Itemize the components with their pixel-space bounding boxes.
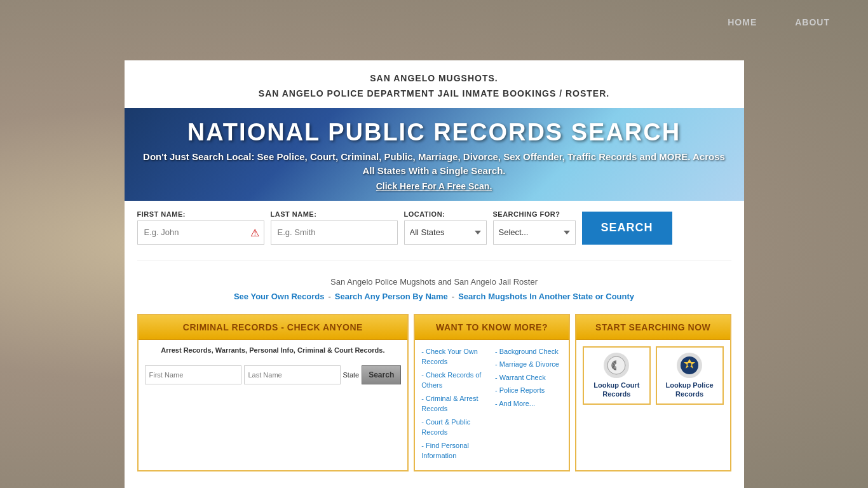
know-link[interactable]: Marriage & Divorce [495,359,562,370]
searching-label: SEARCHING FOR? [493,210,576,218]
first-name-group: FIRST NAME: ⚠ [137,210,264,245]
first-name-label: FIRST NAME: [137,210,264,218]
main-container: SAN ANGELO MUGSHOTS. SAN ANGELO POLICE D… [125,60,744,488]
nav-about[interactable]: ABOUT [795,17,830,27]
svg-point-0 [607,356,625,374]
searching-group: SEARCHING FOR? Select... Mugshots Crimin… [493,210,576,245]
criminal-header-text: CRIMINAL RECORDS - CHECK ANYONE [183,322,363,332]
location-label: LOCATION: [404,210,487,218]
link-row: See Your Own Records - Search Any Person… [137,292,731,301]
last-name-group: LAST NAME: [271,210,398,245]
search-mugshots-link[interactable]: Search Mugshots In Another State or Coun… [458,292,634,301]
three-col: CRIMINAL RECORDS - CHECK ANYONE Arrest R… [125,308,744,478]
know-col: WANT TO KNOW MORE? Check Your Own Record… [414,314,570,471]
know-body: Check Your Own RecordsCheck Records of O… [415,340,569,470]
search-form: FIRST NAME: ⚠ LAST NAME: LOCATION: All S… [125,201,744,251]
last-name-input[interactable] [271,220,398,245]
criminal-search-btn[interactable]: Search [362,365,401,384]
police-icon [677,353,702,378]
fingerprint-icon [607,356,626,375]
sep2: - [452,292,454,301]
start-col: START SEARCHING NOW Lookup Court Records [575,314,731,471]
start-body: Lookup Court Records Lookup Police Recor… [576,340,730,412]
sep1: - [329,292,331,301]
know-link[interactable]: And More... [495,398,562,409]
know-link[interactable]: Warrant Check [495,372,562,383]
badge-icon [680,356,699,375]
search-person-link[interactable]: Search Any Person By Name [335,292,448,301]
top-nav: HOME ABOUT [0,0,868,44]
location-select[interactable]: All States AlabamaAlaskaArizona Arkansas… [404,220,487,245]
court-label: Lookup Court Records [589,381,644,399]
page-subtitle: SAN ANGELO POLICE DEPARTMENT JAIL INMATE… [125,88,744,98]
svg-point-3 [688,363,691,367]
see-own-records-link[interactable]: See Your Own Records [234,292,325,301]
links-section: San Angelo Police Mugshots and San Angel… [125,271,744,308]
know-link[interactable]: Police Reports [495,385,562,396]
know-links-right: Background CheckMarriage & DivorceWarran… [495,346,562,464]
criminal-first-name[interactable] [145,365,241,384]
page-title: SAN ANGELO MUGSHOTS. [125,73,744,83]
know-link[interactable]: Find Personal Information [421,440,489,461]
police-label: Lookup Police Records [662,381,717,399]
start-header: START SEARCHING NOW [576,315,730,340]
criminal-body: Arrest Records, Warrants, Personal Info,… [139,340,408,360]
know-links-left: Check Your Own RecordsCheck Records of O… [421,346,489,464]
criminal-mini-form: State Search [139,365,408,391]
know-link[interactable]: Check Records of Others [421,370,489,391]
last-name-label: LAST NAME: [271,210,398,218]
court-icon [604,353,629,378]
divider [137,261,731,261]
lookup-police[interactable]: Lookup Police Records [656,346,724,405]
start-header-text: START SEARCHING NOW [595,322,710,332]
criminal-header: CRIMINAL RECORDS - CHECK ANYONE [139,315,408,340]
know-header: WANT TO KNOW MORE? [415,315,569,340]
nav-home[interactable]: HOME [728,17,757,27]
know-link[interactable]: Background Check [495,346,562,357]
first-name-input[interactable] [137,220,264,245]
know-link[interactable]: Court & Public Records [421,417,489,438]
criminal-state-label: State [343,371,360,379]
search-button[interactable]: SEARCH [582,212,672,245]
know-link[interactable]: Criminal & Arrest Records [421,393,489,414]
lookup-court[interactable]: Lookup Court Records [583,346,651,405]
links-description: San Angelo Police Mugshots and San Angel… [137,277,731,287]
banner[interactable]: NATIONAL PUBLIC RECORDS SEARCH Don't Jus… [125,108,744,201]
know-header-text: WANT TO KNOW MORE? [436,322,548,332]
banner-title: NATIONAL PUBLIC RECORDS SEARCH [137,119,731,146]
criminal-col: CRIMINAL RECORDS - CHECK ANYONE Arrest R… [137,314,409,471]
location-group: LOCATION: All States AlabamaAlaskaArizon… [404,210,487,245]
banner-subtitle: Don't Just Search Local: See Police, Cou… [137,150,731,179]
searching-select[interactable]: Select... Mugshots Criminal Records Back… [493,220,576,245]
banner-cta[interactable]: Click Here For A Free Scan. [137,181,731,191]
know-link[interactable]: Check Your Own Records [421,346,489,367]
criminal-last-name[interactable] [244,365,341,384]
